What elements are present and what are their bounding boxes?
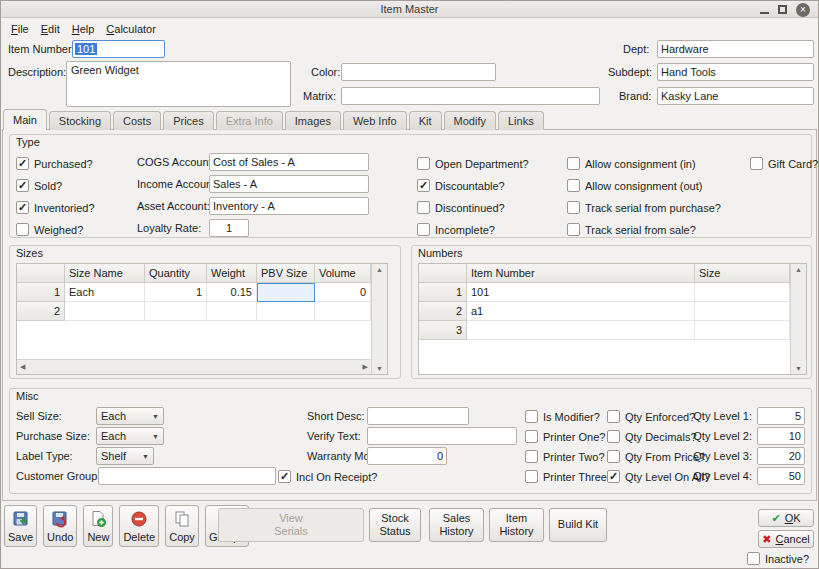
- item-number-input[interactable]: 101: [72, 40, 165, 58]
- scroll-up-icon[interactable]: ▲: [792, 264, 805, 275]
- checkbox-icon[interactable]: [16, 157, 29, 170]
- cell-size[interactable]: [695, 321, 790, 340]
- column-header-size[interactable]: Size: [695, 264, 790, 283]
- cell-item-number[interactable]: [467, 321, 695, 340]
- maximize-icon[interactable]: [778, 5, 787, 14]
- menu-calculator[interactable]: Calculator: [101, 21, 161, 37]
- checkbox-discountable[interactable]: Discountable?: [417, 178, 505, 193]
- checkbox-icon[interactable]: [417, 223, 430, 236]
- checkbox-discontinued[interactable]: Discontinued?: [417, 200, 505, 215]
- tab-stocking[interactable]: Stocking: [49, 111, 111, 130]
- cell-size[interactable]: [695, 283, 790, 302]
- checkbox-icon[interactable]: [417, 157, 430, 170]
- checkbox-icon[interactable]: [525, 470, 538, 483]
- checkbox-allow-consignment-in[interactable]: Allow consignment (in): [567, 156, 696, 171]
- checkbox-purchased[interactable]: Purchased?: [16, 156, 93, 171]
- checkbox-track-serial-purchase[interactable]: Track serial from purchase?: [567, 200, 721, 215]
- checkbox-icon[interactable]: [16, 223, 29, 236]
- checkbox-sold[interactable]: Sold?: [16, 178, 62, 193]
- cell-size[interactable]: [695, 302, 790, 321]
- sell-size-dropdown[interactable]: Each▼: [96, 407, 164, 425]
- checkbox-incl-on-receipt[interactable]: Incl On Receipt?: [278, 469, 377, 484]
- item-history-button[interactable]: Item History: [489, 508, 544, 542]
- checkbox-icon[interactable]: [417, 179, 430, 192]
- tab-costs[interactable]: Costs: [113, 111, 161, 130]
- column-header-quantity[interactable]: Quantity: [145, 264, 207, 283]
- checkbox-track-serial-sale[interactable]: Track serial from sale?: [567, 222, 696, 237]
- checkbox-icon[interactable]: [525, 450, 538, 463]
- tab-main[interactable]: Main: [3, 109, 47, 130]
- vertical-scrollbar[interactable]: ▲ ▼: [790, 264, 806, 374]
- checkbox-icon[interactable]: [607, 430, 620, 443]
- tab-images[interactable]: Images: [285, 111, 341, 130]
- scroll-up-icon[interactable]: ▲: [373, 264, 386, 275]
- checkbox-icon[interactable]: [567, 223, 580, 236]
- qty-level-3-input[interactable]: [757, 447, 805, 465]
- cell-weight[interactable]: 0.15: [207, 283, 257, 302]
- tab-kit[interactable]: Kit: [409, 111, 442, 130]
- short-desc-input[interactable]: [367, 407, 469, 425]
- cell-quantity[interactable]: 1: [145, 283, 207, 302]
- checkbox-icon[interactable]: [525, 430, 538, 443]
- menu-edit[interactable]: Edit: [36, 21, 65, 37]
- verify-text-input[interactable]: [367, 427, 517, 445]
- vertical-scrollbar[interactable]: ▲ ▼: [371, 264, 387, 374]
- cell-volume[interactable]: [315, 302, 371, 321]
- checkbox-printer-three[interactable]: Printer Three?: [525, 469, 613, 484]
- customer-group-input[interactable]: [98, 467, 276, 485]
- checkbox-icon[interactable]: [607, 470, 620, 483]
- checkbox-icon[interactable]: [567, 201, 580, 214]
- checkbox-icon[interactable]: [607, 410, 620, 423]
- stock-status-button[interactable]: Stock Status: [369, 508, 421, 542]
- checkbox-qty-decimals[interactable]: Qty Decimals?: [607, 429, 697, 444]
- column-header-item-number[interactable]: Item Number: [467, 264, 695, 283]
- tab-web-info[interactable]: Web Info: [343, 111, 407, 130]
- warranty-months-input[interactable]: [367, 447, 447, 465]
- checkbox-icon[interactable]: [417, 201, 430, 214]
- loyalty-rate-input[interactable]: [209, 219, 249, 237]
- row-number-cell[interactable]: 2: [17, 302, 65, 321]
- tab-prices[interactable]: Prices: [163, 111, 214, 130]
- matrix-input[interactable]: [341, 87, 600, 105]
- checkbox-icon[interactable]: [747, 552, 760, 565]
- horizontal-scrollbar[interactable]: ◀ ▶: [17, 359, 371, 374]
- income-account-input[interactable]: [209, 175, 369, 193]
- cell-item-number[interactable]: 101: [467, 283, 695, 302]
- cell-volume[interactable]: 0: [315, 283, 371, 302]
- cell-weight[interactable]: [207, 302, 257, 321]
- qty-level-4-input[interactable]: [757, 467, 805, 485]
- row-number-cell[interactable]: 1: [17, 283, 65, 302]
- cell-pbv-size[interactable]: [257, 283, 315, 302]
- row-number-cell[interactable]: 1: [419, 283, 467, 302]
- tab-links[interactable]: Links: [498, 111, 544, 130]
- undo-button[interactable]: Undo: [43, 505, 77, 547]
- cell-size-name[interactable]: Each: [65, 283, 145, 302]
- checkbox-printer-two[interactable]: Printer Two?: [525, 449, 605, 464]
- checkbox-weighed[interactable]: Weighed?: [16, 222, 83, 237]
- cell-size-name[interactable]: [65, 302, 145, 321]
- checkbox-allow-consignment-out[interactable]: Allow consignment (out): [567, 178, 702, 193]
- new-button[interactable]: New: [83, 505, 113, 547]
- color-input[interactable]: [341, 63, 496, 81]
- row-number-cell[interactable]: 2: [419, 302, 467, 321]
- menu-file[interactable]: File: [6, 21, 34, 37]
- checkbox-icon[interactable]: [16, 179, 29, 192]
- checkbox-open-department[interactable]: Open Department?: [417, 156, 529, 171]
- checkbox-icon[interactable]: [607, 450, 620, 463]
- cell-quantity[interactable]: [145, 302, 207, 321]
- description-input[interactable]: Green Widget: [66, 61, 291, 107]
- cancel-button[interactable]: ✖ Cancel: [758, 530, 814, 548]
- ok-button[interactable]: ✔ OK: [758, 509, 814, 527]
- build-kit-button[interactable]: Build Kit: [549, 508, 607, 542]
- checkbox-icon[interactable]: [567, 157, 580, 170]
- close-icon[interactable]: ×: [796, 3, 810, 17]
- cell-item-number[interactable]: a1: [467, 302, 695, 321]
- scroll-down-icon[interactable]: ▼: [792, 363, 805, 374]
- column-header-pbv-size[interactable]: PBV Size: [257, 264, 315, 283]
- delete-button[interactable]: Delete: [119, 505, 159, 547]
- checkbox-gift-card[interactable]: Gift Card?: [750, 156, 818, 171]
- qty-level-2-input[interactable]: [757, 427, 805, 445]
- purchase-size-dropdown[interactable]: Each▼: [96, 427, 164, 445]
- asset-account-input[interactable]: [209, 197, 369, 215]
- copy-button[interactable]: Copy: [165, 505, 199, 547]
